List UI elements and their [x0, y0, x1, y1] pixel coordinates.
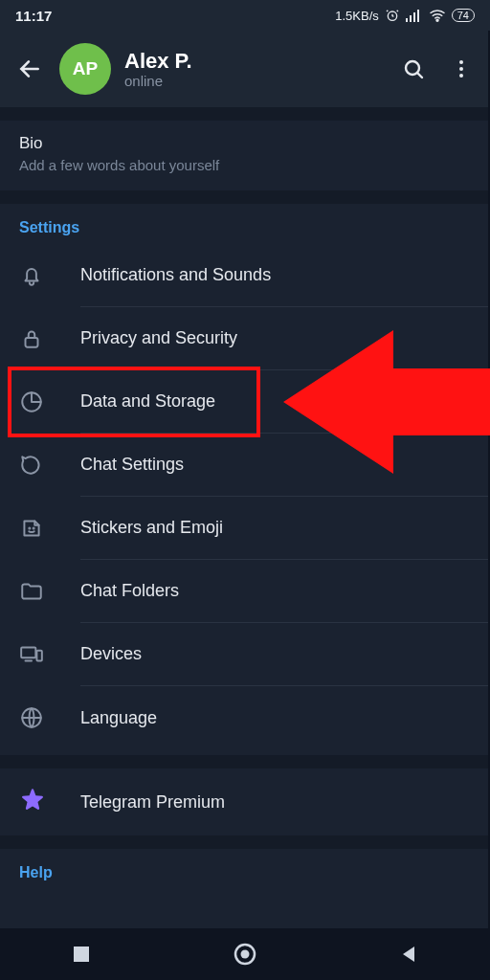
- settings-row-label: Language: [80, 686, 490, 749]
- svg-point-5: [436, 19, 438, 21]
- svg-point-7: [459, 60, 463, 64]
- settings-section: Settings Notifications and SoundsPrivacy…: [0, 204, 490, 755]
- more-button[interactable]: [440, 48, 482, 90]
- settings-row-notifications-and-sounds[interactable]: Notifications and Sounds: [0, 244, 490, 307]
- divider: [0, 755, 490, 768]
- svg-rect-1: [406, 18, 408, 22]
- settings-row-devices[interactable]: Devices: [0, 623, 490, 686]
- settings-row-label: Chat Folders: [80, 560, 490, 623]
- settings-row-chat-settings[interactable]: Chat Settings: [0, 434, 490, 497]
- devices-icon: [19, 642, 80, 667]
- lock-icon: [19, 326, 80, 351]
- divider: [0, 835, 490, 849]
- svg-point-9: [459, 74, 463, 78]
- sticker-icon: [19, 516, 80, 541]
- premium-label: Telegram Premium: [80, 792, 225, 813]
- bio-title: Bio: [0, 121, 490, 157]
- settings-row-chat-folders[interactable]: Chat Folders: [0, 560, 490, 623]
- settings-row-label: Privacy and Security: [80, 307, 490, 370]
- divider: [0, 107, 490, 121]
- settings-row-label: Notifications and Sounds: [80, 244, 490, 307]
- android-nav-bar: [0, 928, 490, 980]
- status-icons: 1.5KB/s 74: [335, 8, 475, 23]
- settings-row-stickers-and-emoji[interactable]: Stickers and Emoji: [0, 497, 490, 560]
- signal-icon: [406, 9, 423, 22]
- avatar[interactable]: AP: [59, 43, 111, 95]
- svg-rect-17: [74, 947, 89, 962]
- help-header: Help: [0, 849, 490, 899]
- globe-icon: [19, 705, 80, 730]
- svg-rect-10: [26, 338, 38, 347]
- svg-rect-3: [413, 12, 415, 22]
- wifi-icon: [429, 9, 446, 22]
- search-button[interactable]: [392, 48, 434, 90]
- svg-rect-4: [417, 10, 419, 22]
- bell-icon: [19, 263, 80, 288]
- svg-rect-14: [21, 647, 35, 657]
- settings-row-label: Stickers and Emoji: [80, 497, 490, 560]
- svg-point-8: [459, 67, 463, 71]
- svg-point-12: [29, 527, 30, 528]
- back-button[interactable]: [13, 53, 46, 85]
- profile-name: Alex P.: [124, 49, 379, 74]
- settings-row-language[interactable]: Language: [0, 686, 490, 749]
- alarm-icon: [385, 8, 400, 23]
- svg-point-13: [33, 527, 34, 528]
- settings-row-data-and-storage[interactable]: Data and Storage: [0, 370, 490, 434]
- nav-home[interactable]: [197, 932, 293, 976]
- nav-back[interactable]: [361, 932, 457, 976]
- settings-row-label: Data and Storage: [80, 370, 490, 434]
- battery-icon: 74: [452, 9, 475, 22]
- settings-header: Settings: [0, 204, 490, 244]
- nav-recent[interactable]: [33, 932, 129, 976]
- profile-status: online: [124, 73, 379, 89]
- piechart-icon: [19, 390, 80, 414]
- app-bar: AP Alex P. online: [0, 31, 490, 107]
- settings-row-label: Chat Settings: [80, 434, 490, 497]
- chat-icon: [19, 453, 80, 478]
- bio-section[interactable]: Bio Add a few words about yourself: [0, 121, 490, 190]
- svg-rect-2: [410, 15, 412, 22]
- status-bar: 11:17 1.5KB/s 74: [0, 0, 490, 31]
- settings-row-premium[interactable]: Telegram Premium: [0, 768, 490, 835]
- settings-row-privacy-and-security[interactable]: Privacy and Security: [0, 307, 490, 370]
- svg-rect-15: [36, 651, 41, 661]
- svg-point-19: [240, 950, 249, 959]
- status-time: 11:17: [15, 8, 52, 24]
- help-section: Help: [0, 849, 490, 899]
- settings-row-label: Devices: [80, 623, 490, 686]
- divider: [0, 190, 490, 204]
- star-icon: [19, 787, 46, 817]
- bio-subtitle: Add a few words about yourself: [0, 157, 490, 190]
- status-speed: 1.5KB/s: [335, 9, 379, 23]
- folder-icon: [19, 579, 80, 604]
